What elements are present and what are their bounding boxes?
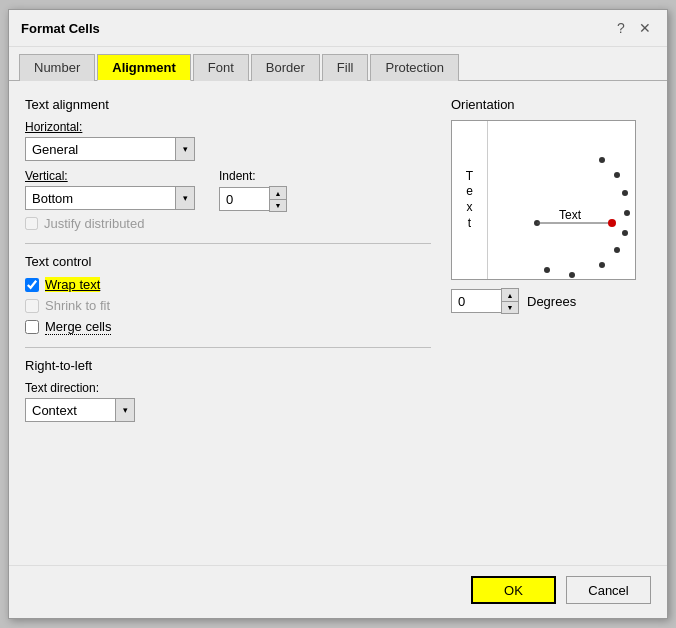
tab-bar: Number Alignment Font Border Fill Protec… [9,47,667,81]
tab-protection[interactable]: Protection [370,54,459,81]
degrees-label: Degrees [527,294,576,309]
orientation-svg: Text [507,135,637,285]
wrap-text-row: Wrap text [25,277,431,292]
vertical-select[interactable]: Top Center Bottom Justify Distributed [25,186,195,210]
shrink-to-fit-checkbox[interactable] [25,299,39,313]
content-row: Text alignment Horizontal: General Left … [25,97,651,545]
svg-point-6 [622,230,628,236]
orientation-title: Orientation [451,97,651,112]
justify-distributed-label: Justify distributed [44,216,144,231]
text-control-section: Text control Wrap text Shrink to fit Mer… [25,254,431,335]
tab-border[interactable]: Border [251,54,320,81]
degrees-row: ▲ ▼ Degrees [451,288,651,314]
text-direction-select-wrapper: Context Left-to-Right Right-to-Left ▾ [25,398,135,422]
indent-up-button[interactable]: ▲ [270,187,286,199]
divider-1 [25,243,431,244]
indent-row: Vertical: Top Center Bottom Justify Dist… [25,169,431,212]
horizontal-group: Horizontal: General Left Center Right Fi… [25,120,431,161]
vertical-select-wrapper: Top Center Bottom Justify Distributed ▾ [25,186,195,210]
text-direction-select[interactable]: Context Left-to-Right Right-to-Left [25,398,135,422]
dialog-title: Format Cells [21,21,100,36]
left-panel: Text alignment Horizontal: General Left … [25,97,431,545]
title-bar-right: ? ✕ [611,18,655,38]
orientation-box: T e x t [451,120,636,280]
indent-input[interactable] [219,187,269,211]
title-bar: Format Cells ? ✕ [9,10,667,47]
degrees-spinner-btns: ▲ ▼ [501,288,519,314]
svg-point-1 [614,172,620,178]
help-button[interactable]: ? [611,18,631,38]
rtl-section: Right-to-left Text direction: Context Le… [25,358,431,422]
svg-point-0 [599,157,605,163]
indent-spinner-btns: ▲ ▼ [269,186,287,212]
svg-point-2 [622,190,628,196]
degrees-spinner: ▲ ▼ [451,288,519,314]
horizontal-label: Horizontal: [25,120,431,134]
degrees-input[interactable] [451,289,501,313]
wrap-text-label: Wrap text [45,277,100,292]
vertical-group: Vertical: Top Center Bottom Justify Dist… [25,169,195,210]
tab-number[interactable]: Number [19,54,95,81]
svg-text:Text: Text [559,208,582,222]
angle-area[interactable]: Text [488,121,635,279]
svg-point-7 [569,272,575,278]
degrees-down-button[interactable]: ▼ [502,301,518,313]
ok-button[interactable]: OK [471,576,556,604]
tab-font[interactable]: Font [193,54,249,81]
tab-alignment[interactable]: Alignment [97,54,191,81]
rtl-title: Right-to-left [25,358,431,373]
text-alignment-title: Text alignment [25,97,431,112]
svg-point-4 [599,262,605,268]
degrees-up-button[interactable]: ▲ [502,289,518,301]
justify-dist-row: Justify distributed [25,216,431,231]
text-control-title: Text control [25,254,431,269]
vertical-label: Vertical: [25,169,195,183]
justify-distributed-checkbox[interactable] [25,217,38,230]
divider-2 [25,347,431,348]
indent-label: Indent: [219,169,287,183]
wrap-text-checkbox[interactable] [25,278,39,292]
text-direction-label: Text direction: [25,381,431,395]
vertical-text-area[interactable]: T e x t [452,121,488,279]
svg-point-11 [608,219,616,227]
cancel-button[interactable]: Cancel [566,576,651,604]
svg-point-3 [624,210,630,216]
shrink-to-fit-row: Shrink to fit [25,298,431,313]
main-content: Text alignment Horizontal: General Left … [9,81,667,557]
title-bar-left: Format Cells [21,21,100,36]
text-alignment-section: Text alignment Horizontal: General Left … [25,97,431,231]
horizontal-select-wrapper: General Left Center Right Fill Justify C… [25,137,195,161]
vertical-text: T e x t [466,169,473,231]
indent-group: Indent: ▲ ▼ [219,169,287,212]
shrink-to-fit-label: Shrink to fit [45,298,110,313]
indent-spinner: ▲ ▼ [219,186,287,212]
indent-down-button[interactable]: ▼ [270,199,286,211]
dot-container: Text [507,135,617,265]
svg-point-8 [544,267,550,273]
right-panel: Orientation T e x t [451,97,651,545]
close-button[interactable]: ✕ [635,18,655,38]
horizontal-select[interactable]: General Left Center Right Fill Justify C… [25,137,195,161]
merge-cells-row: Merge cells [25,319,431,335]
format-cells-dialog: Format Cells ? ✕ Number Alignment Font B… [8,9,668,619]
merge-cells-label: Merge cells [45,319,111,335]
bottom-bar: OK Cancel [9,565,667,618]
svg-point-5 [614,247,620,253]
merge-cells-checkbox[interactable] [25,320,39,334]
tab-fill[interactable]: Fill [322,54,369,81]
